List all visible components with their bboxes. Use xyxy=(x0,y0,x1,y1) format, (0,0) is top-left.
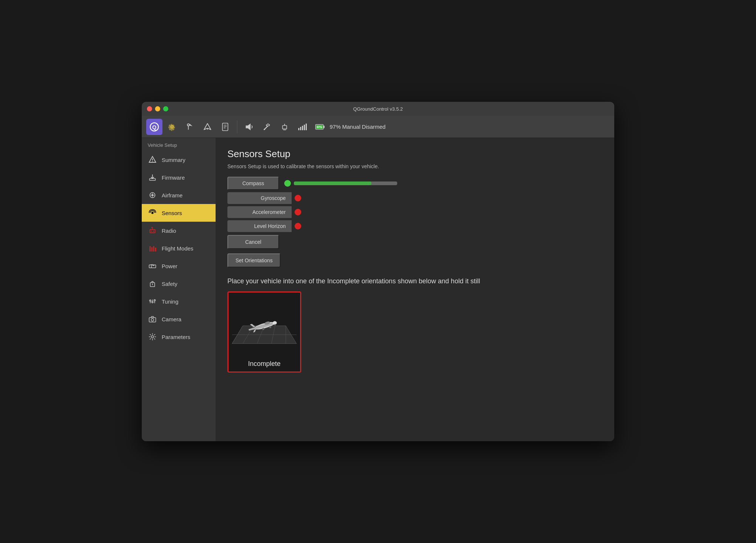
minimize-button[interactable] xyxy=(155,106,160,111)
svg-text:97%: 97% xyxy=(317,125,322,129)
airframe-icon xyxy=(148,190,157,200)
toolbar-divider xyxy=(237,121,237,133)
analyze-button[interactable] xyxy=(217,119,233,135)
svg-point-2 xyxy=(188,124,190,126)
svg-rect-13 xyxy=(282,125,286,129)
svg-marker-10 xyxy=(246,123,251,130)
sidebar-label-radio: Radio xyxy=(162,228,176,234)
compass-row: Compass xyxy=(227,177,602,190)
svg-point-47 xyxy=(152,284,153,284)
app-window: QGroundControl v3.5.2 Q xyxy=(142,102,614,441)
sensors-icon xyxy=(148,208,157,218)
svg-point-31 xyxy=(151,212,154,214)
level-horizon-status-indicator xyxy=(295,223,301,229)
close-button[interactable] xyxy=(147,106,152,111)
plan-view-button[interactable] xyxy=(182,119,198,135)
level-horizon-row: Level Horizon xyxy=(227,220,301,232)
vehicle-setup-button[interactable] xyxy=(164,119,180,135)
q-logo-button[interactable]: Q xyxy=(146,119,162,135)
sidebar-label-safety: Safety xyxy=(162,281,178,287)
instruction-text: Place your vehicle into one of the Incom… xyxy=(227,276,523,286)
gyroscope-row: Gyroscope xyxy=(227,192,301,204)
sidebar-label-flight-modes: Flight Modes xyxy=(162,245,193,252)
tuning-icon xyxy=(148,297,157,306)
plane-illustration xyxy=(228,293,300,361)
set-orientations-button[interactable]: Set Orientations xyxy=(227,253,281,267)
svg-point-55 xyxy=(151,319,154,321)
summary-icon xyxy=(148,155,157,165)
power-icon xyxy=(148,261,157,271)
window-title: QGroundControl v3.5.2 xyxy=(353,106,403,112)
arm-status[interactable]: Disarmed xyxy=(362,124,385,130)
traffic-lights xyxy=(147,106,168,111)
orientation-card[interactable]: Incomplete xyxy=(227,291,301,373)
flight-mode[interactable]: Manual xyxy=(342,124,360,130)
sidebar-label-parameters: Parameters xyxy=(162,334,190,340)
flight-modes-icon xyxy=(148,243,157,253)
sidebar-item-flight-modes[interactable]: Flight Modes xyxy=(142,239,216,257)
maximize-button[interactable] xyxy=(163,106,168,111)
sidebar-item-firmware[interactable]: Firmware xyxy=(142,169,216,186)
svg-rect-18 xyxy=(323,125,324,128)
sidebar-label-summary: Summary xyxy=(162,157,185,163)
sidebar: Vehicle Setup Summary xyxy=(142,138,216,441)
camera-icon xyxy=(148,314,157,324)
svg-point-53 xyxy=(154,300,155,301)
svg-rect-37 xyxy=(150,246,151,252)
toolbar: Q xyxy=(142,116,614,138)
radio-icon xyxy=(148,226,157,235)
sidebar-item-tuning[interactable]: Tuning xyxy=(142,293,216,310)
sidebar-label-sensors: Sensors xyxy=(162,210,182,216)
sidebar-item-sensors[interactable]: Sensors xyxy=(142,204,216,222)
svg-point-33 xyxy=(151,231,152,232)
content-area: Sensors Setup Sensors Setup is used to c… xyxy=(216,138,614,441)
gyroscope-button[interactable]: Gyroscope xyxy=(227,192,292,204)
gyroscope-status-indicator xyxy=(295,195,301,201)
orientation-card-label: Incomplete xyxy=(248,360,281,368)
accelerometer-row: Accelerometer xyxy=(227,206,301,218)
messages-button[interactable] xyxy=(241,119,257,135)
compass-progress-bar xyxy=(294,181,397,185)
svg-rect-39 xyxy=(153,246,154,252)
svg-rect-40 xyxy=(155,248,156,252)
compass-button[interactable]: Compass xyxy=(227,177,279,190)
battery-percentage: 97% xyxy=(330,124,341,130)
sidebar-header: Vehicle Setup xyxy=(142,138,216,151)
sidebar-item-summary[interactable]: Summary xyxy=(142,151,216,169)
parameters-icon xyxy=(148,332,157,342)
svg-rect-32 xyxy=(150,229,155,233)
sidebar-item-parameters[interactable]: Parameters xyxy=(142,328,216,346)
link-status-button[interactable] xyxy=(276,119,293,135)
titlebar: QGroundControl v3.5.2 xyxy=(142,102,614,116)
tools-button[interactable] xyxy=(259,119,275,135)
main-area: Vehicle Setup Summary xyxy=(142,138,614,441)
level-horizon-button[interactable]: Level Horizon xyxy=(227,220,292,232)
sidebar-label-power: Power xyxy=(162,263,178,269)
svg-point-12 xyxy=(264,128,265,130)
svg-rect-41 xyxy=(149,265,156,268)
accelerometer-status-indicator xyxy=(295,209,301,215)
sidebar-item-power[interactable]: Power xyxy=(142,257,216,275)
sidebar-item-safety[interactable]: Safety xyxy=(142,275,216,293)
svg-point-56 xyxy=(151,336,154,338)
sidebar-item-camera[interactable]: Camera xyxy=(142,310,216,328)
compass-progress-fill xyxy=(294,181,371,185)
svg-rect-6 xyxy=(223,123,228,130)
sidebar-label-tuning: Tuning xyxy=(162,298,178,305)
svg-text:Q: Q xyxy=(152,124,157,130)
battery-indicator: 97% xyxy=(312,119,328,135)
sidebar-label-firmware: Firmware xyxy=(162,174,185,181)
svg-point-52 xyxy=(152,301,153,303)
page-title: Sensors Setup xyxy=(227,148,602,160)
sidebar-item-radio[interactable]: Radio xyxy=(142,222,216,239)
cancel-button[interactable]: Cancel xyxy=(227,235,279,249)
sidebar-item-airframe[interactable]: Airframe xyxy=(142,186,216,204)
sidebar-label-airframe: Airframe xyxy=(162,192,183,198)
svg-point-23 xyxy=(152,161,153,162)
safety-icon xyxy=(148,279,157,288)
svg-rect-38 xyxy=(151,247,152,252)
accelerometer-button[interactable]: Accelerometer xyxy=(227,206,292,218)
fly-view-button[interactable] xyxy=(199,119,216,135)
compass-status-indicator xyxy=(284,180,291,187)
signal-strength-indicator xyxy=(294,119,310,135)
